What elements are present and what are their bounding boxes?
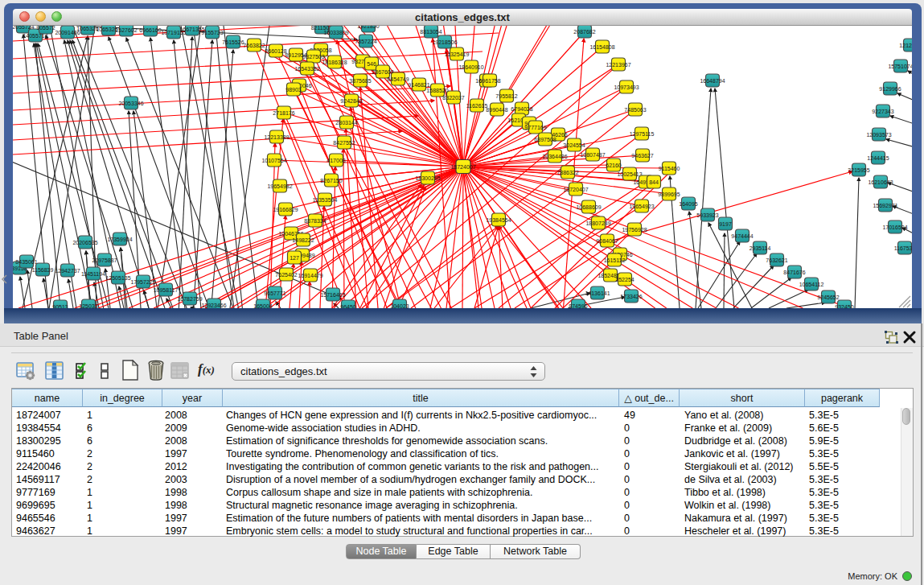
svg-text:8813054: 8813054 xyxy=(420,29,441,35)
svg-text:18724007: 18724007 xyxy=(450,164,475,170)
svg-text:16543382: 16543382 xyxy=(294,66,319,72)
svg-text:1162615: 1162615 xyxy=(466,103,488,109)
svg-text:12505135: 12505135 xyxy=(105,275,130,281)
svg-text:12942737: 12942737 xyxy=(55,268,80,274)
svg-text:9245652: 9245652 xyxy=(817,295,839,300)
svg-text:3024554: 3024554 xyxy=(563,142,585,148)
svg-text:19166829: 19166829 xyxy=(273,207,298,212)
svg-text:10025413: 10025413 xyxy=(617,171,642,177)
svg-text:7663822: 7663822 xyxy=(243,43,265,48)
svg-text:3875685: 3875685 xyxy=(349,78,371,84)
svg-text:9327503: 9327503 xyxy=(302,54,324,60)
svg-text:18640910: 18640910 xyxy=(458,64,483,70)
svg-text:9899695: 9899695 xyxy=(658,192,680,197)
svg-text:16033809: 16033809 xyxy=(323,30,348,35)
svg-text:16914479: 16914479 xyxy=(298,273,322,278)
svg-text:8990448: 8990448 xyxy=(486,107,507,113)
svg-text:9155733: 9155733 xyxy=(201,30,223,35)
svg-text:8267150: 8267150 xyxy=(320,178,342,183)
svg-text:7886322: 7886322 xyxy=(556,170,578,175)
svg-text:98903: 98903 xyxy=(285,87,302,93)
svg-text:9777169: 9777169 xyxy=(524,125,546,130)
svg-text:3215955: 3215955 xyxy=(848,167,869,173)
svg-text:90513: 90513 xyxy=(52,304,68,309)
svg-text:15751074: 15751074 xyxy=(888,64,912,69)
svg-text:9657771: 9657771 xyxy=(264,290,285,296)
svg-text:8454749: 8454749 xyxy=(387,76,409,82)
svg-text:10807487: 10807487 xyxy=(580,152,605,158)
svg-text:6794028: 6794028 xyxy=(511,106,532,112)
svg-text:11325419: 11325419 xyxy=(445,51,470,57)
svg-text:62160: 62160 xyxy=(606,163,622,168)
svg-text:1733426: 1733426 xyxy=(620,294,642,299)
svg-text:252254: 252254 xyxy=(615,277,634,282)
svg-text:7632621: 7632621 xyxy=(766,257,787,263)
svg-text:165004: 165004 xyxy=(253,303,272,309)
svg-text:1588520: 1588520 xyxy=(426,88,448,93)
svg-text:10107554: 10107554 xyxy=(261,158,286,163)
svg-text:2087682: 2087682 xyxy=(573,29,595,35)
svg-text:7625402: 7625402 xyxy=(275,272,297,278)
svg-text:7485063: 7485063 xyxy=(624,107,646,113)
svg-text:9197: 9197 xyxy=(719,221,732,227)
svg-text:16154808: 16154808 xyxy=(589,44,614,50)
svg-text:9115460: 9115460 xyxy=(659,166,680,171)
svg-text:2935114: 2935114 xyxy=(749,245,771,251)
svg-text:17359924: 17359924 xyxy=(107,237,132,242)
svg-text:10973493: 10973493 xyxy=(614,84,639,90)
svg-text:12923466: 12923466 xyxy=(201,303,226,308)
svg-text:1527602: 1527602 xyxy=(115,27,137,33)
svg-text:19384554: 19384554 xyxy=(486,217,511,223)
svg-text:17016504: 17016504 xyxy=(882,225,907,230)
svg-text:18807249: 18807249 xyxy=(585,220,610,226)
svg-text:6961758: 6961758 xyxy=(478,78,500,84)
svg-text:932450: 932450 xyxy=(835,304,853,309)
svg-text:19654982: 19654982 xyxy=(267,183,292,189)
svg-text:6897508: 6897508 xyxy=(534,137,556,142)
svg-text:2803144: 2803144 xyxy=(335,120,357,126)
svg-text:8427552: 8427552 xyxy=(333,140,355,146)
svg-text:10654112: 10654112 xyxy=(799,282,824,287)
svg-text:19218506: 19218506 xyxy=(432,39,457,45)
svg-text:20975887: 20975887 xyxy=(92,257,117,263)
svg-text:874596: 874596 xyxy=(569,303,587,309)
svg-text:1156839: 1156839 xyxy=(32,267,54,273)
svg-text:1921850: 1921850 xyxy=(357,26,379,29)
svg-text:18186328: 18186328 xyxy=(322,60,347,65)
svg-text:9129966: 9129966 xyxy=(879,86,901,92)
svg-text:12093573: 12093573 xyxy=(866,132,891,138)
svg-text:11451194: 11451194 xyxy=(81,271,105,277)
svg-text:9084067: 9084067 xyxy=(596,238,618,244)
svg-text:9474444: 9474444 xyxy=(731,233,753,239)
svg-text:96450: 96450 xyxy=(340,304,356,309)
svg-text:1615112: 1615112 xyxy=(604,257,626,263)
svg-text:164095: 164095 xyxy=(679,201,697,207)
svg-text:16210643: 16210643 xyxy=(868,179,893,185)
svg-text:10958117: 10958117 xyxy=(154,287,179,293)
svg-text:16648794: 16648794 xyxy=(700,78,725,84)
svg-text:18720407: 18720407 xyxy=(563,187,588,192)
svg-text:417008: 417008 xyxy=(326,158,345,163)
svg-text:2718176: 2718176 xyxy=(273,110,294,116)
svg-text:7515526: 7515526 xyxy=(222,39,244,45)
svg-text:14136141: 14136141 xyxy=(585,290,610,296)
svg-text:20206535: 20206535 xyxy=(72,240,97,245)
svg-text:546: 546 xyxy=(367,61,376,67)
svg-text:12213967: 12213967 xyxy=(606,62,630,68)
svg-text:5933923: 5933923 xyxy=(696,212,718,218)
svg-text:12975115: 12975115 xyxy=(630,131,655,137)
svg-text:1244415: 1244415 xyxy=(867,155,889,161)
svg-text:104023: 104023 xyxy=(390,303,409,309)
svg-text:9146821: 9146821 xyxy=(408,82,429,88)
svg-text:16782759: 16782759 xyxy=(177,296,202,302)
svg-text:6966160: 6966160 xyxy=(139,27,161,33)
svg-text:10688609: 10688609 xyxy=(576,204,601,210)
svg-text:1212378: 1212378 xyxy=(899,43,912,48)
svg-text:905572: 905572 xyxy=(36,26,55,31)
svg-text:8322037: 8322037 xyxy=(442,95,464,101)
svg-text:11353594: 11353594 xyxy=(313,197,338,203)
svg-text:20364486: 20364486 xyxy=(542,154,567,159)
svg-text:19756928: 19756928 xyxy=(622,227,647,233)
svg-text:12213389: 12213389 xyxy=(264,134,289,140)
svg-text:8435061: 8435061 xyxy=(15,259,37,265)
